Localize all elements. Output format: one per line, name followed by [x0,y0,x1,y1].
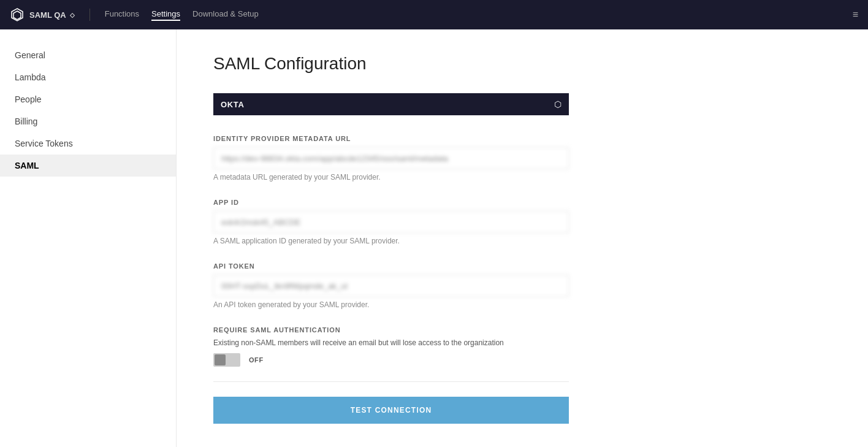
toggle-knob [215,354,226,365]
toggle-state-label: OFF [249,356,264,364]
api-token-hint: An API token generated by your SAML prov… [213,300,569,309]
main-content: SAML Configuration OKTA Azure AD OneLogi… [177,29,868,447]
sidebar-item-billing[interactable]: Billing [0,110,176,132]
nav-divider [89,9,90,21]
api-token-input[interactable] [213,275,569,297]
app-id-hint: A SAML application ID generated by your … [213,237,569,245]
section-divider [213,381,569,382]
topnav: SAML QA ◇ Functions Settings Download & … [0,0,868,29]
app-name: SAML QA ◇ [29,10,75,20]
app-id-input[interactable] [213,211,569,233]
app-logo[interactable]: SAML QA ◇ [10,7,75,22]
require-saml-toggle[interactable] [213,353,240,367]
nav-settings[interactable]: Settings [151,9,180,21]
sidebar-item-service-tokens[interactable]: Service Tokens [0,132,176,155]
sidebar-item-lambda[interactable]: Lambda [0,66,176,88]
test-connection-button[interactable]: TEST CONNECTION [213,397,569,424]
require-saml-label: REQUIRE SAML AUTHENTICATION [213,326,569,334]
menu-icon[interactable]: ≡ [853,9,858,20]
page-title: SAML Configuration [213,54,831,74]
sidebar: General Lambda People Billing Service To… [0,29,177,447]
idp-metadata-url-hint: A metadata URL generated by your SAML pr… [213,173,569,181]
toggle-wrapper: OFF [213,353,569,367]
sidebar-item-saml[interactable]: SAML [0,155,176,177]
saml-form: OKTA Azure AD OneLogin Generic SAML ⬡ ID… [213,93,569,424]
api-token-group: API TOKEN An API token generated by your… [213,262,569,309]
provider-select-wrapper: OKTA Azure AD OneLogin Generic SAML ⬡ [213,93,569,115]
sidebar-item-general[interactable]: General [0,44,176,66]
nav-functions[interactable]: Functions [105,9,139,21]
idp-metadata-url-group: IDENTITY PROVIDER METADATA URL A metadat… [213,135,569,181]
app-id-label: APP ID [213,199,569,206]
nav-links: Functions Settings Download & Setup [105,9,838,21]
app-id-group: APP ID A SAML application ID generated b… [213,199,569,245]
page-layout: General Lambda People Billing Service To… [0,29,868,447]
provider-select[interactable]: OKTA Azure AD OneLogin Generic SAML [213,93,569,115]
svg-marker-1 [13,11,21,20]
sidebar-item-people[interactable]: People [0,88,176,110]
nav-download-setup[interactable]: Download & Setup [192,9,259,21]
require-saml-section: REQUIRE SAML AUTHENTICATION Existing non… [213,326,569,367]
idp-metadata-url-label: IDENTITY PROVIDER METADATA URL [213,135,569,142]
api-token-label: API TOKEN [213,262,569,270]
require-saml-description: Existing non-SAML members will receive a… [213,338,569,347]
idp-metadata-url-input[interactable] [213,147,569,169]
